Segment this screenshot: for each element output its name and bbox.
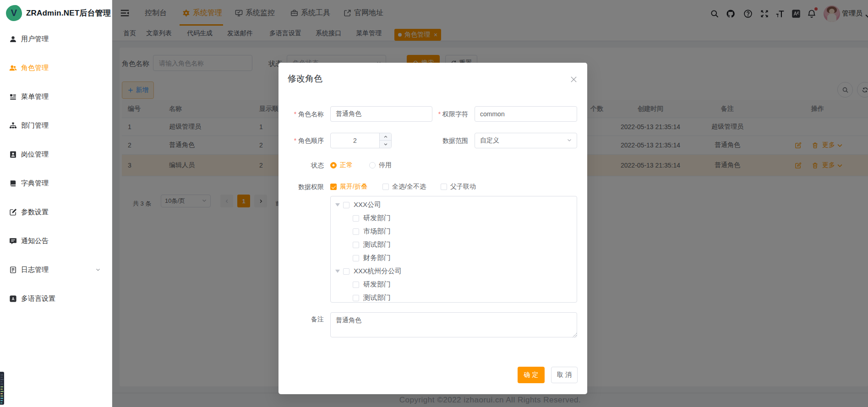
checkbox-box [441,184,447,190]
tree-node-branch-company[interactable]: XXX杭州分公司 [331,265,577,278]
checkbox-box [382,184,389,190]
role-sort-stepper: 2 [330,133,392,148]
textarea-resize-handle[interactable] [572,333,577,337]
language-icon [9,295,17,303]
tree-node-label: 市场部门 [363,227,391,236]
tree-checkbox[interactable] [353,255,359,261]
role-name-label: 角色名称 [294,110,324,119]
tree-node-label: 研发部门 [363,280,391,289]
status-label: 状态 [311,162,324,170]
chevron-down-icon [383,142,388,147]
tree-node-label: 研发部门 [363,214,391,222]
data-permission-label: 数据权限 [298,183,324,191]
confirm-button[interactable]: 确 定 [518,367,545,383]
menu-list-icon [9,93,17,101]
sidebar-item-dept-mgmt[interactable]: 部门管理 [0,111,112,140]
sidebar-item-menu-mgmt[interactable]: 菜单管理 [0,82,112,111]
sidebar-item-notice[interactable]: 通知公告 [0,227,112,255]
data-scope-select[interactable]: 自定义 [475,133,577,148]
caret-down-icon[interactable] [335,270,340,273]
stepper-up-button[interactable] [380,133,391,141]
sidebar-item-label: 通知公告 [21,237,49,245]
dept-tree: XXX公司 研发部门 市场部门 测试部门 财务部门 XXX杭州分公司 研发部门 [330,196,577,303]
radio-dot [369,162,376,168]
sidebar-item-label: 用户管理 [21,35,49,43]
tree-node-dept[interactable]: 测试部门 [331,238,577,251]
sidebar-item-dict-mgmt[interactable]: 字典管理 [0,169,112,198]
cancel-button[interactable]: 取 消 [551,367,578,383]
editor-sliver-artifact [0,372,4,405]
sidebar-item-label: 菜单管理 [21,92,49,101]
tree-node-dept[interactable]: 财务部门 [331,251,577,265]
tree-node-label: 测试部门 [363,240,391,249]
edit-role-dialog: 修改角色 角色名称 权限字符 角色顺序 2 数据范围 自定义 状态 正常 停用 … [278,63,587,394]
role-key-input[interactable] [475,106,577,122]
stepper-controls [379,133,391,148]
sidebar-item-label: 角色管理 [21,64,49,72]
tree-node-label: XXX公司 [354,201,381,209]
edit-square-icon [9,208,17,216]
tree-node-dept[interactable]: 研发部门 [331,278,577,291]
parent-child-link-checkbox[interactable]: 父子联动 [441,183,476,191]
select-all-checkbox[interactable]: 全选/全不选 [382,183,426,191]
user-icon [9,35,17,43]
app-title: ZRAdmin.NET后台管理 [26,8,111,18]
tree-checkbox[interactable] [353,282,359,288]
book-icon [9,179,17,187]
sidebar-item-log-mgmt[interactable]: 日志管理 [0,255,112,284]
tree-node-dept[interactable]: 市场部门 [331,225,577,238]
tree-checkbox[interactable] [353,215,359,222]
caret-down-icon[interactable] [335,203,340,206]
tree-node-dept[interactable]: 测试部门 [331,291,577,303]
sidebar-item-role-mgmt[interactable]: 角色管理 [0,54,112,82]
chevron-down-icon [567,137,572,144]
sidebar-item-param-settings[interactable]: 参数设置 [0,198,112,227]
tree-node-label: XXX杭州分公司 [354,267,402,276]
sidebar-item-label: 岗位管理 [21,150,49,159]
tree-node-company[interactable]: XXX公司 [331,198,577,212]
sidebar: V ZRAdmin.NET后台管理 用户管理 角色管理 菜单管理 部门管理 岗位… [0,0,112,407]
tree-checkbox[interactable] [353,228,359,235]
chevron-down-icon [95,266,101,274]
sidebar-item-label: 字典管理 [21,179,49,188]
role-name-input[interactable] [330,106,432,122]
tree-checkbox[interactable] [343,202,349,208]
sidebar-item-user-mgmt[interactable]: 用户管理 [0,25,112,54]
tree-checkbox[interactable] [353,295,359,301]
chevron-up-icon [383,135,388,139]
sitemap-icon [9,122,17,130]
dialog-title: 修改角色 [288,73,322,85]
role-sort-value[interactable]: 2 [331,133,379,148]
doc-icon [9,266,17,274]
remark-textarea[interactable]: 普通角色 [330,312,577,337]
app-logo[interactable]: V ZRAdmin.NET后台管理 [0,0,112,26]
sidebar-item-label: 部门管理 [21,121,49,130]
role-key-label: 权限字符 [438,110,468,119]
logo-icon: V [6,5,22,21]
sidebar-menu: 用户管理 角色管理 菜单管理 部门管理 岗位管理 字典管理 参数设置 通知公告 [0,25,112,313]
tree-node-dept[interactable]: 研发部门 [331,212,577,225]
checkbox-label: 父子联动 [450,183,476,191]
stepper-down-button[interactable] [380,141,391,148]
logo-letter: V [11,8,17,18]
expand-collapse-checkbox[interactable]: 展开/折叠 [330,183,367,191]
dialog-close-icon[interactable] [570,76,578,83]
checkbox-label: 全选/全不选 [392,183,426,191]
badge-icon [9,151,17,158]
sidebar-item-post-mgmt[interactable]: 岗位管理 [0,140,112,169]
data-scope-value: 自定义 [480,136,499,145]
data-scope-label: 数据范围 [442,137,468,145]
sidebar-item-i18n-settings[interactable]: 多语言设置 [0,284,112,313]
tree-node-label: 测试部门 [363,293,391,302]
tree-checkbox[interactable] [353,242,359,248]
sidebar-item-label: 多语言设置 [21,294,55,303]
status-radio-disabled[interactable]: 停用 [369,161,392,169]
tree-node-label: 财务部门 [363,254,391,262]
radio-dot [330,162,337,168]
tree-checkbox[interactable] [343,268,349,275]
message-icon [9,237,17,245]
sidebar-item-label: 参数设置 [21,208,49,217]
users-icon [9,64,17,72]
status-radio-normal[interactable]: 正常 [330,161,353,169]
role-sort-label: 角色顺序 [294,137,324,145]
